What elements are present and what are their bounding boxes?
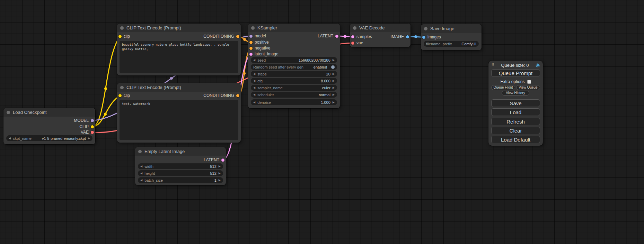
image-port[interactable] [422, 36, 425, 39]
node-ksampler[interactable]: KSampler model positive negative latent_… [248, 24, 340, 108]
conditioning-port[interactable] [249, 41, 253, 44]
input-slot-clip[interactable]: clip [118, 34, 130, 39]
input-slot-images[interactable]: images [422, 35, 441, 39]
increment-arrow-icon[interactable]: ▶ [333, 93, 335, 96]
decrement-arrow-icon[interactable]: ◀ [253, 73, 255, 75]
refresh-button[interactable]: Refresh [491, 118, 540, 125]
prompt-text-area[interactable]: text, watermark [120, 100, 238, 140]
collapse-dot-icon[interactable] [7, 111, 10, 114]
widget-denoise[interactable]: ◀ denoise 1.000 ▶ [251, 99, 337, 105]
collapse-dot-icon[interactable] [120, 86, 124, 89]
node-clip-text-encode-positive[interactable]: CLIP Text Encode (Prompt) clip CONDITION… [117, 24, 241, 75]
node-title-bar[interactable]: Save Image [421, 24, 482, 33]
latent-port[interactable] [249, 53, 253, 56]
collapse-dot-icon[interactable] [120, 26, 124, 30]
settings-gear-icon[interactable] [536, 63, 540, 67]
decrement-arrow-icon[interactable]: ◀ [9, 137, 11, 140]
increment-arrow-icon[interactable]: ▶ [333, 80, 335, 82]
clip-port[interactable] [91, 125, 94, 128]
widget-filename-prefix[interactable]: filename_prefix ComfyUI [424, 41, 479, 47]
latent-port[interactable] [221, 159, 224, 162]
node-title-bar[interactable]: CLIP Text Encode (Prompt) [117, 24, 241, 32]
widget-ckpt-name[interactable]: ◀ ckpt_name v1-5-pruned-emaonly.ckpt ▶ [6, 135, 92, 141]
widget-batch-size[interactable]: ◀ batch_size 1 ▶ [138, 177, 223, 183]
model-port[interactable] [249, 35, 253, 38]
widget-sampler-name[interactable]: ◀ sampler_name euler ▶ [251, 85, 337, 91]
clear-button[interactable]: Clear [491, 127, 540, 134]
widget-scheduler[interactable]: ◀ scheduler normal ▶ [251, 92, 337, 98]
decrement-arrow-icon[interactable]: ◀ [253, 101, 255, 104]
decrement-arrow-icon[interactable]: ◀ [140, 165, 142, 168]
widget-width[interactable]: ◀ width 512 ▶ [138, 163, 223, 169]
load-button[interactable]: Load [491, 108, 540, 116]
prompt-text-area[interactable]: beautiful scenery nature glass bottle la… [120, 41, 238, 73]
input-slot-latent-image[interactable]: latent_image [249, 52, 279, 56]
node-graph-canvas[interactable]: Load Checkpoint MODEL CLIP VAE ◀ ckpt_na… [0, 0, 644, 244]
node-title-bar[interactable]: KSampler [248, 24, 340, 32]
conditioning-port[interactable] [236, 94, 239, 97]
input-slot-model[interactable]: model [249, 34, 266, 38]
node-title-bar[interactable]: VAE Decode [350, 24, 411, 32]
toggle-dot-icon[interactable] [331, 65, 335, 69]
queue-prompt-button[interactable]: Queue Prompt [491, 69, 540, 77]
node-title-bar[interactable]: Empty Latent Image [135, 147, 226, 156]
collapse-dot-icon[interactable] [138, 150, 142, 153]
extra-options-checkbox[interactable] [527, 80, 531, 84]
collapse-dot-icon[interactable] [251, 26, 255, 30]
increment-arrow-icon[interactable]: ▶ [333, 101, 335, 104]
vae-port[interactable] [91, 131, 94, 134]
latent-port[interactable] [335, 35, 338, 38]
load-default-button[interactable]: Load Default [491, 136, 540, 143]
widget-cfg[interactable]: ◀ cfg 8.000 ▶ [251, 78, 337, 84]
collapse-dot-icon[interactable] [424, 27, 427, 30]
output-slot-model[interactable]: MODEL [74, 118, 94, 123]
increment-arrow-icon[interactable]: ▶ [219, 165, 221, 168]
node-save-image[interactable]: Save Image images filename_prefix ComfyU… [421, 24, 482, 50]
increment-arrow-icon[interactable]: ▶ [88, 137, 90, 140]
decrement-arrow-icon[interactable]: ◀ [253, 59, 255, 62]
node-empty-latent-image[interactable]: Empty Latent Image LATENT ◀ width 512 ▶ … [135, 147, 226, 185]
input-slot-clip[interactable]: clip [118, 93, 130, 98]
increment-arrow-icon[interactable]: ▶ [333, 59, 335, 62]
output-slot-vae[interactable]: VAE [81, 130, 94, 135]
input-slot-samples[interactable]: samples [351, 34, 372, 39]
vae-port[interactable] [351, 42, 354, 45]
output-slot-conditioning[interactable]: CONDITIONING [203, 93, 239, 98]
queue-front-button[interactable]: Queue Front [491, 85, 515, 90]
decrement-arrow-icon[interactable]: ◀ [253, 80, 255, 82]
image-port[interactable] [406, 35, 409, 38]
clip-port[interactable] [118, 94, 122, 97]
node-vae-decode[interactable]: VAE Decode samples vae IMAGE [350, 24, 411, 47]
decrement-arrow-icon[interactable]: ◀ [253, 87, 255, 89]
output-slot-clip[interactable]: CLIP [79, 124, 94, 129]
input-slot-positive[interactable]: positive [249, 40, 269, 45]
widget-random-seed[interactable]: Random seed after every gen enabled [251, 64, 337, 70]
increment-arrow-icon[interactable]: ▶ [219, 172, 221, 175]
drag-handle-icon[interactable]: ⠿ [491, 63, 494, 67]
increment-arrow-icon[interactable]: ▶ [333, 73, 335, 75]
node-load-checkpoint[interactable]: Load Checkpoint MODEL CLIP VAE ◀ ckpt_na… [3, 108, 95, 144]
output-slot-latent[interactable]: LATENT [318, 34, 338, 38]
conditioning-port[interactable] [236, 35, 239, 38]
decrement-arrow-icon[interactable]: ◀ [253, 93, 255, 96]
output-slot-image[interactable]: IMAGE [390, 34, 409, 39]
collapse-dot-icon[interactable] [353, 26, 356, 30]
node-clip-text-encode-negative[interactable]: CLIP Text Encode (Prompt) clip CONDITION… [117, 83, 241, 143]
model-port[interactable] [91, 119, 94, 122]
output-slot-latent[interactable]: LATENT [204, 157, 224, 162]
save-button[interactable]: Save [491, 99, 540, 107]
widget-seed[interactable]: ◀ seed 156680208700286 ▶ [251, 57, 337, 63]
clip-port[interactable] [118, 35, 122, 38]
view-queue-button[interactable]: View Queue [516, 85, 540, 90]
node-title-bar[interactable]: CLIP Text Encode (Prompt) [117, 83, 241, 92]
decrement-arrow-icon[interactable]: ◀ [140, 179, 142, 182]
increment-arrow-icon[interactable]: ▶ [333, 87, 335, 89]
output-slot-conditioning[interactable]: CONDITIONING [203, 34, 239, 39]
decrement-arrow-icon[interactable]: ◀ [140, 172, 142, 175]
view-history-button[interactable]: View History [502, 91, 529, 96]
node-title-bar[interactable]: Load Checkpoint [3, 108, 95, 117]
increment-arrow-icon[interactable]: ▶ [219, 179, 221, 182]
conditioning-port[interactable] [249, 47, 253, 50]
latent-port[interactable] [351, 35, 354, 38]
input-slot-vae[interactable]: vae [351, 40, 363, 45]
